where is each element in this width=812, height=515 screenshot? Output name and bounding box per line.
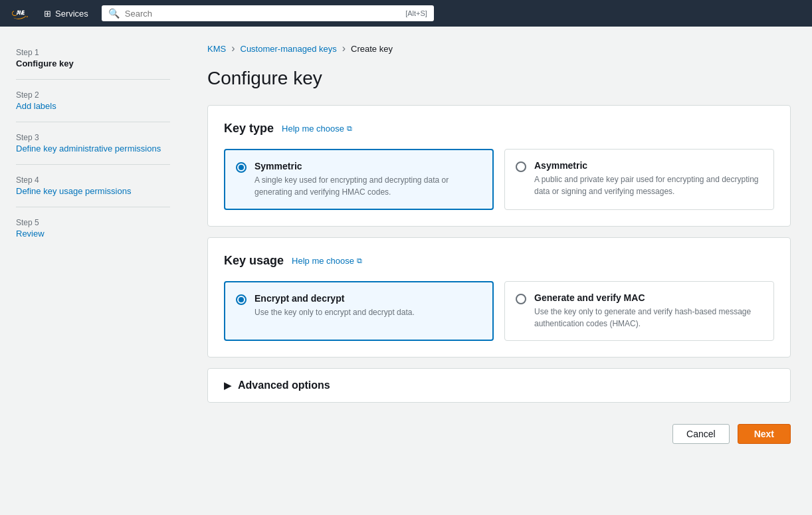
search-bar: 🔍 [Alt+S] [102,5,434,21]
key-usage-options: Encrypt and decrypt Use the key only to … [224,281,774,341]
step-3: Step 3 Define key administrative permiss… [16,133,170,154]
top-nav: ⊞ Services 🔍 [Alt+S] [0,0,812,27]
step-3-label: Step 3 [16,133,170,142]
key-type-card: Key type Help me choose ⧉ Symmetric A si… [207,105,791,227]
key-usage-generate-verify-mac-radio[interactable] [516,294,526,304]
key-type-header: Key type Help me choose ⧉ [224,122,774,136]
step-2-title: Add labels [16,101,170,111]
step-3-title: Define key administrative permissions [16,144,170,154]
steps-nav: Step 1 Configure key Step 2 Add labels S… [0,40,186,257]
advanced-options-label: Advanced options [238,379,330,391]
key-type-help-label: Help me choose [282,124,344,134]
key-usage-title: Key usage [224,254,284,268]
key-usage-encrypt-decrypt[interactable]: Encrypt and decrypt Use the key only to … [224,281,494,341]
key-type-options: Symmetric A single key used for encrypti… [224,149,774,210]
breadcrumb: KMS › Customer-managed keys › Create key [207,43,791,54]
step-1-label: Step 1 [16,48,170,57]
key-usage-generate-verify-mac-title: Generate and verify MAC [534,292,763,303]
key-type-title: Key type [224,122,274,136]
key-usage-help-link[interactable]: Help me choose ⧉ [292,256,362,266]
key-usage-help-label: Help me choose [292,256,354,266]
key-usage-encrypt-decrypt-radio[interactable] [236,294,247,305]
sidebar: Step 1 Configure key Step 2 Add labels S… [0,27,186,515]
key-type-asymmetric-desc: A public and private key pair used for e… [534,173,763,197]
key-type-help-link[interactable]: Help me choose ⧉ [282,124,352,134]
footer: Cancel Next [207,413,791,455]
key-usage-generate-verify-mac[interactable]: Generate and verify MAC Use the key only… [504,281,774,341]
breadcrumb-customer-managed-keys[interactable]: Customer-managed keys [241,44,337,54]
breadcrumb-sep-2: › [342,43,346,54]
key-usage-generate-verify-mac-desc: Use the key only to generate and verify … [534,306,763,330]
step-4-title: Define key usage permissions [16,186,170,196]
advanced-options-section: ▶ Advanced options [207,368,791,403]
key-type-symmetric[interactable]: Symmetric A single key used for encrypti… [224,149,494,210]
step-4-label: Step 4 [16,175,170,185]
next-button[interactable]: Next [738,424,791,444]
services-button[interactable]: ⊞ Services [39,6,94,21]
external-link-icon-2: ⧉ [357,257,362,265]
key-usage-encrypt-decrypt-title: Encrypt and decrypt [254,293,415,304]
key-usage-card: Key usage Help me choose ⧉ Encrypt and d… [207,237,791,358]
key-usage-header: Key usage Help me choose ⧉ [224,254,774,268]
step-2: Step 2 Add labels [16,90,170,111]
search-icon: 🔍 [108,8,120,19]
aws-logo[interactable] [11,7,31,19]
page-title: Configure key [207,68,791,89]
step-5-label: Step 5 [16,218,170,227]
step-2-label: Step 2 [16,90,170,100]
key-type-symmetric-title: Symmetric [254,161,482,171]
step-1: Step 1 Configure key [16,48,170,68]
key-type-symmetric-desc: A single key used for encrypting and dec… [254,174,482,198]
step-5-title: Review [16,229,170,239]
search-shortcut: [Alt+S] [405,9,427,17]
cancel-button[interactable]: Cancel [672,424,730,444]
key-type-symmetric-radio[interactable] [236,162,247,173]
step-1-title: Configure key [16,58,170,68]
search-input[interactable] [125,9,400,19]
breadcrumb-current: Create key [351,44,393,54]
key-type-asymmetric[interactable]: Asymmetric A public and private key pair… [504,149,774,210]
key-type-asymmetric-radio[interactable] [516,161,526,172]
breadcrumb-kms[interactable]: KMS [207,44,226,54]
external-link-icon: ⧉ [347,124,352,133]
key-type-asymmetric-title: Asymmetric [534,160,763,171]
services-label: Services [55,9,88,19]
main-content: KMS › Customer-managed keys › Create key… [186,27,812,515]
key-usage-encrypt-decrypt-desc: Use the key only to encrypt and decrypt … [254,306,415,318]
step-4: Step 4 Define key usage permissions [16,175,170,196]
grid-icon: ⊞ [44,9,51,19]
step-5: Step 5 Review [16,218,170,239]
advanced-options-toggle[interactable]: ▶ Advanced options [224,379,774,391]
breadcrumb-sep-1: › [231,43,235,54]
arrow-right-icon: ▶ [224,380,231,391]
